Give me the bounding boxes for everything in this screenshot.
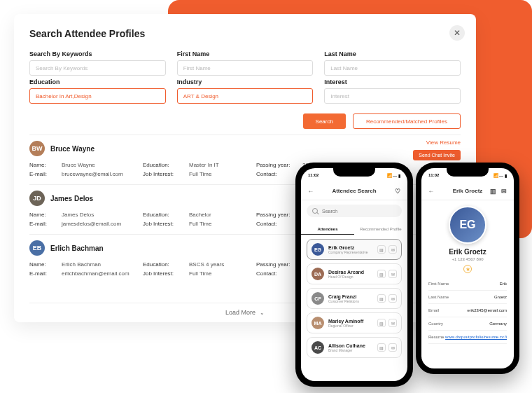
- phone-notch: [447, 168, 489, 177]
- avatar: EG: [312, 243, 324, 256]
- item-actions: ▥ ✉: [377, 245, 397, 254]
- avatar: DA: [312, 268, 324, 280]
- chevron-down-icon: ⌄: [260, 310, 265, 316]
- item-name: Erik Groetz: [328, 245, 373, 250]
- profile-field: Resumewww.dropoutprofolio/resume.cv.fi: [428, 331, 507, 344]
- view-resume-link[interactable]: View Resume: [426, 139, 461, 146]
- profile-field-list: First NameErikLast NameGroetzEmailerik23…: [428, 277, 507, 344]
- video-icon[interactable]: ▥: [377, 343, 386, 352]
- action-row: Search Recommended/Matched Profiles: [29, 113, 461, 129]
- profile-name: Erik Groetz: [428, 248, 507, 256]
- attendee-name: Bruce Wayne: [50, 145, 94, 153]
- item-role: Customer Relations: [328, 299, 373, 303]
- filter-grid: Search By Keywords First Name Last Name …: [29, 50, 461, 104]
- field-key: Country: [428, 322, 443, 326]
- phone-search-input[interactable]: [322, 209, 396, 214]
- field-key: Email: [428, 308, 439, 312]
- tab-recommended[interactable]: Recommended Profile: [354, 224, 407, 235]
- profile-field: CountryGermany: [428, 317, 507, 331]
- back-icon[interactable]: ←: [307, 187, 315, 195]
- phone-title: Erik Groetz: [453, 188, 483, 194]
- education-input[interactable]: [29, 88, 166, 104]
- item-name: Desirae Arcand: [328, 270, 373, 275]
- item-actions: ▥ ✉: [377, 270, 397, 278]
- avatar: JD: [29, 191, 45, 206]
- send-chat-button[interactable]: Send Chat Invite: [413, 150, 461, 160]
- close-button[interactable]: ✕: [449, 25, 465, 41]
- item-actions: ▥ ✉: [377, 294, 397, 303]
- item-role: Brand Manager: [328, 348, 373, 352]
- phone-profile: 11:02 📶 ⋯ ▮ ← Erik Groetz ▥ ✉ EG Erik Gr…: [416, 163, 519, 374]
- phone-list-item[interactable]: MA Marley AminoffRegional Officer ▥ ✉: [307, 312, 402, 333]
- item-actions: ▥ ✉: [377, 319, 397, 327]
- phone-header: ← Erik Groetz ▥ ✉: [421, 182, 514, 200]
- field-value: Groetz: [494, 295, 507, 299]
- phone-list-item[interactable]: AC Allison CulhaneBrand Manager ▥ ✉: [307, 337, 402, 358]
- video-icon[interactable]: ▥: [377, 319, 386, 327]
- chat-icon[interactable]: ✉: [388, 270, 397, 278]
- profile-field: First NameErik: [428, 277, 507, 291]
- label-keywords: Search By Keywords: [29, 50, 166, 57]
- avatar: MA: [312, 317, 324, 329]
- industry-input[interactable]: [177, 88, 314, 104]
- avatar: AC: [312, 341, 324, 354]
- field-value[interactable]: www.dropoutprofolio/resume.cv.fi: [445, 335, 507, 339]
- attendee-name: James Delos: [50, 195, 93, 202]
- field-value: Erik: [500, 282, 507, 286]
- profile-field: Last NameGroetz: [428, 291, 507, 304]
- avatar: BW: [29, 141, 45, 156]
- video-icon[interactable]: ▥: [377, 294, 386, 303]
- search-icon: [312, 208, 318, 214]
- chat-icon[interactable]: ✉: [388, 294, 397, 303]
- phone-search-field[interactable]: [307, 205, 402, 217]
- tab-attendees[interactable]: Attendees: [301, 224, 354, 235]
- search-button[interactable]: Search: [303, 113, 346, 129]
- phone-list-item[interactable]: DA Desirae ArcandHead Of Design ▥ ✉: [307, 263, 402, 284]
- phone-search: 11:02 📶 ⋯ ▮ ← Attendee Search ♡ Attendee…: [295, 163, 413, 387]
- phone-tabs: Attendees Recommended Profile: [301, 224, 407, 235]
- avatar: EB: [29, 240, 45, 256]
- profile-phone: +1 123 4567 890: [428, 257, 507, 261]
- phone-attendee-list: EG Erik GroetzCompany Representative ▥ ✉…: [301, 235, 407, 381]
- phone-list-item[interactable]: CF Craig FranziCustomer Relations ▥ ✉: [307, 288, 402, 309]
- recommended-button[interactable]: Recommended/Matched Profiles: [353, 113, 461, 129]
- first-name-input[interactable]: [177, 60, 314, 76]
- profile-avatar: EG: [449, 206, 486, 244]
- filter-icon[interactable]: ♡: [393, 187, 402, 195]
- badge-icon: ★: [463, 265, 472, 273]
- field-key: First Name: [428, 282, 449, 286]
- video-icon[interactable]: ▥: [377, 245, 386, 254]
- attendee-name: Erlich Bachman: [50, 244, 104, 252]
- field-key: Resume: [428, 335, 444, 339]
- item-name: Allison Culhane: [328, 343, 373, 348]
- last-name-input[interactable]: [324, 60, 461, 76]
- phone-notch: [333, 168, 375, 177]
- video-icon[interactable]: ▥: [489, 187, 497, 195]
- chat-icon[interactable]: ✉: [500, 187, 508, 195]
- video-icon[interactable]: ▥: [377, 270, 386, 278]
- item-actions: ▥ ✉: [377, 343, 397, 352]
- phone-title: Attendee Search: [332, 188, 376, 194]
- avatar: CF: [312, 292, 324, 305]
- chat-icon[interactable]: ✉: [388, 319, 397, 327]
- field-value: Germany: [489, 322, 507, 326]
- back-icon[interactable]: ←: [427, 187, 435, 195]
- status-time: 11:02: [428, 173, 439, 177]
- profile-field: Emailerik2345@email.com: [428, 304, 507, 317]
- keywords-input[interactable]: [29, 60, 166, 76]
- label-last: Last Name: [324, 50, 461, 57]
- label-education: Education: [29, 78, 166, 85]
- phone-list-item[interactable]: EG Erik GroetzCompany Representative ▥ ✉: [307, 239, 402, 260]
- item-role: Regional Officer: [328, 324, 373, 328]
- label-first: First Name: [177, 50, 314, 57]
- chat-icon[interactable]: ✉: [388, 245, 397, 254]
- label-industry: Industry: [177, 78, 314, 85]
- status-icons: 📶 ⋯ ▮: [387, 173, 400, 178]
- chat-icon[interactable]: ✉: [388, 343, 397, 352]
- item-role: Company Representative: [328, 250, 373, 254]
- item-role: Head Of Design: [328, 275, 373, 279]
- status-time: 11:02: [308, 173, 318, 177]
- field-value: erik2345@email.com: [468, 308, 507, 312]
- interest-input[interactable]: [324, 88, 461, 104]
- field-key: Last Name: [428, 295, 449, 299]
